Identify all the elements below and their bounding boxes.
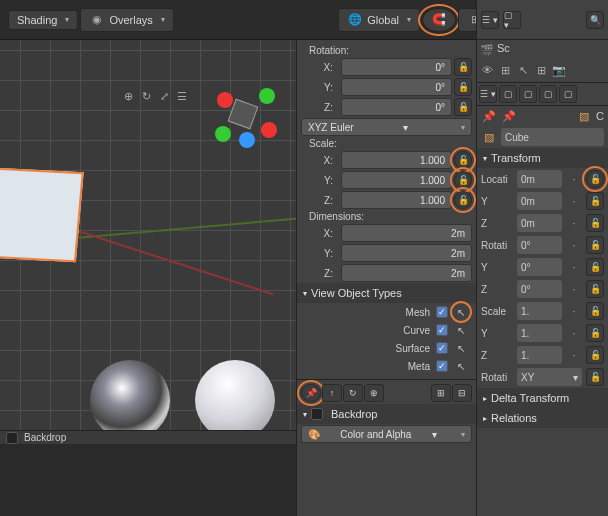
lock-button[interactable]: 🔓 — [586, 324, 604, 342]
tab-button[interactable]: ☰ ▾ — [479, 85, 497, 103]
loc-y-field[interactable]: 0m — [517, 192, 562, 210]
lock-button[interactable]: 🔓 — [454, 171, 472, 189]
pin-icon[interactable]: 📌 — [501, 108, 517, 124]
lock-button[interactable]: 🔓 — [586, 258, 604, 276]
gizmo-z-axis[interactable] — [239, 132, 255, 148]
anim-button[interactable]: · — [566, 259, 582, 275]
lock-button[interactable]: 🔓 — [454, 98, 472, 116]
rotation-z-field[interactable]: 0° — [341, 98, 452, 116]
tool-icon[interactable]: ☰ — [174, 88, 190, 104]
fit-button[interactable]: ⊕ — [364, 384, 384, 402]
rot-y-field[interactable]: 0° — [517, 258, 562, 276]
rot-z-field[interactable]: 0° — [517, 280, 562, 298]
lock-button[interactable]: 🔓 — [586, 368, 604, 386]
lock-button[interactable]: 🔓 — [586, 170, 604, 188]
curve-selectable-icon[interactable]: ↖ — [454, 323, 468, 337]
gizmo-x-axis[interactable] — [217, 92, 233, 108]
color-alpha-dropdown[interactable]: 🎨Color and Alpha▾ — [301, 425, 472, 443]
scale-y-field[interactable]: 1.000 — [341, 171, 452, 189]
rotation-y-field[interactable]: 0° — [341, 78, 452, 96]
pin-button[interactable]: 📌 — [301, 384, 321, 402]
filter-icon[interactable]: ⊞ — [533, 62, 549, 78]
backdrop-section-header[interactable]: Backdrop — [297, 404, 476, 424]
tab-button[interactable]: ▢ — [499, 85, 517, 103]
dim-z-field[interactable]: 2m — [341, 264, 472, 282]
rotmode-dropdown[interactable]: XY▾ — [517, 368, 582, 386]
anim-button[interactable]: · — [566, 215, 582, 231]
nav-gizmo[interactable] — [211, 82, 281, 152]
surface-visible-checkbox[interactable] — [436, 342, 448, 354]
meta-visible-checkbox[interactable] — [436, 360, 448, 372]
view-types-header[interactable]: View Object Types — [297, 283, 476, 303]
scene-icon[interactable]: 🎬 — [479, 42, 495, 58]
scale-z-field[interactable]: 1.000 — [341, 191, 452, 209]
tab-button[interactable]: ▢ — [559, 85, 577, 103]
surface-selectable-icon[interactable]: ↖ — [454, 341, 468, 355]
pin-icon[interactable]: 📌 — [481, 108, 497, 124]
lock-button[interactable]: 🔓 — [586, 302, 604, 320]
anim-button[interactable]: · — [566, 171, 582, 187]
lock-button[interactable]: 🔓 — [586, 214, 604, 232]
move-up-button[interactable]: ↑ — [322, 384, 342, 402]
mesh-visible-checkbox[interactable] — [436, 306, 448, 318]
gizmo-neg-axis[interactable] — [215, 126, 231, 142]
overlays-dropdown[interactable]: ◉Overlays — [80, 8, 173, 32]
lock-button[interactable]: 🔓 — [454, 191, 472, 209]
rot-x-field[interactable]: 0° — [517, 236, 562, 254]
meta-selectable-icon[interactable]: ↖ — [454, 359, 468, 373]
lock-button[interactable]: 🔓 — [454, 58, 472, 76]
mesh-selectable-icon[interactable]: ↖ — [454, 305, 468, 319]
editor-selector[interactable]: ☰ ▾ — [481, 11, 499, 29]
filter-icon[interactable]: 👁 — [479, 62, 495, 78]
loc-z-field[interactable]: 0m — [517, 214, 562, 232]
delta-header[interactable]: Delta Transform — [477, 388, 608, 408]
lock-button[interactable]: 🔓 — [454, 151, 472, 169]
search-button[interactable]: 🔍 — [586, 11, 604, 29]
gizmo-neg-axis[interactable] — [261, 122, 277, 138]
shading-dropdown[interactable]: Shading — [8, 10, 78, 30]
anim-button[interactable]: · — [566, 325, 582, 341]
zoom-in-button[interactable]: ⊞ — [431, 384, 451, 402]
refresh-button[interactable]: ↻ — [343, 384, 363, 402]
scale-y-field[interactable]: 1. — [517, 324, 562, 342]
scene-label[interactable]: Sc — [497, 42, 510, 58]
curve-visible-checkbox[interactable] — [436, 324, 448, 336]
tool-icon[interactable]: ↻ — [138, 88, 154, 104]
backdrop-checkbox[interactable] — [311, 408, 323, 420]
gizmo-y-axis[interactable] — [259, 88, 275, 104]
lock-button[interactable]: 🔓 — [586, 236, 604, 254]
filter-icon[interactable]: ⊞ — [497, 62, 513, 78]
orientation-dropdown[interactable]: 🌐Global — [338, 8, 420, 32]
loc-x-field[interactable]: 0m — [517, 170, 562, 188]
tool-icon[interactable]: ⤢ — [156, 88, 172, 104]
anim-button[interactable]: · — [566, 303, 582, 319]
rotation-mode-dropdown[interactable]: XYZ Euler▾ — [301, 118, 472, 136]
lock-button[interactable]: 🔓 — [586, 192, 604, 210]
scale-x-field[interactable]: 1. — [517, 302, 562, 320]
3d-viewport[interactable]: ⊕ ↻ ⤢ ☰ — [0, 40, 296, 445]
cube-object[interactable] — [0, 168, 84, 263]
backdrop-checkbox[interactable] — [6, 432, 18, 444]
transform-header[interactable]: Transform — [477, 148, 608, 168]
scale-x-field[interactable]: 1.000 — [341, 151, 452, 169]
tab-button[interactable]: ▢ — [539, 85, 557, 103]
zoom-out-button[interactable]: ⊟ — [452, 384, 472, 402]
lock-button[interactable]: 🔓 — [454, 78, 472, 96]
anim-button[interactable]: · — [566, 193, 582, 209]
filter-icon[interactable]: ↖ — [515, 62, 531, 78]
lock-button[interactable]: 🔓 — [586, 346, 604, 364]
lock-button[interactable]: 🔓 — [586, 280, 604, 298]
tab-button[interactable]: ▢ — [519, 85, 537, 103]
snap-toggle[interactable]: 🧲 — [422, 8, 456, 32]
cube-icon[interactable]: ▧ — [576, 108, 592, 124]
dim-y-field[interactable]: 2m — [341, 244, 472, 262]
scale-z-field[interactable]: 1. — [517, 346, 562, 364]
tool-icon[interactable]: ⊕ — [120, 88, 136, 104]
editor-option[interactable]: ▢ ▾ — [503, 11, 521, 29]
object-name-field[interactable]: Cube — [501, 128, 604, 146]
relations-header[interactable]: Relations — [477, 408, 608, 428]
anim-button[interactable]: · — [566, 237, 582, 253]
anim-button[interactable]: · — [566, 281, 582, 297]
rotation-x-field[interactable]: 0° — [341, 58, 452, 76]
anim-button[interactable]: · — [566, 347, 582, 363]
